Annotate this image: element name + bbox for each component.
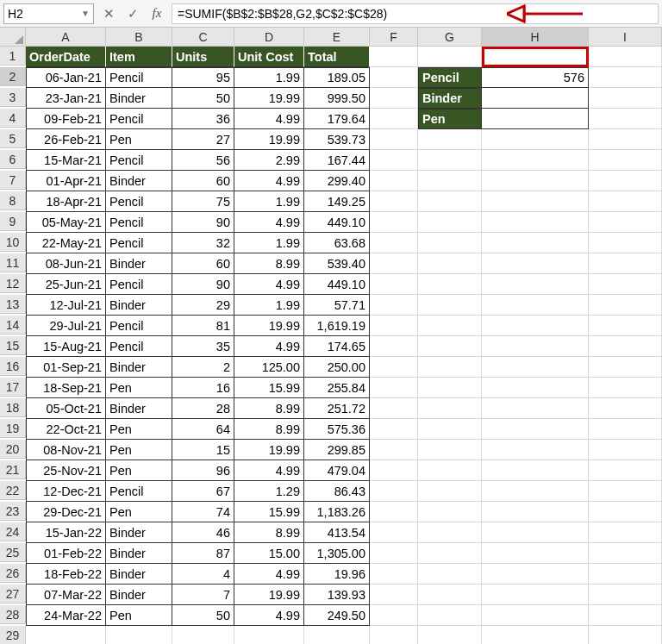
cell-F13[interactable] xyxy=(370,295,418,316)
row-header-14[interactable]: 14 xyxy=(0,316,26,335)
cell-B14[interactable]: Pencil xyxy=(106,316,172,336)
cell-C2[interactable]: 95 xyxy=(172,67,234,88)
select-all-button[interactable] xyxy=(0,28,26,47)
cell-F11[interactable] xyxy=(370,253,418,274)
cell-G19[interactable] xyxy=(418,419,482,440)
cell-E10[interactable]: 63.68 xyxy=(304,233,370,253)
row-header-10[interactable]: 10 xyxy=(0,233,26,252)
cell-F5[interactable] xyxy=(370,129,418,150)
cell-E17[interactable]: 255.84 xyxy=(304,378,370,398)
cell-H9[interactable] xyxy=(482,212,589,233)
cell-I12[interactable] xyxy=(589,274,662,295)
cell-F16[interactable] xyxy=(370,357,418,378)
cell-A5[interactable]: 26-Feb-21 xyxy=(26,129,106,150)
row-header-24[interactable]: 24 xyxy=(0,522,26,541)
cell-A22[interactable]: 12-Dec-21 xyxy=(26,481,106,502)
cell-B17[interactable]: Pen xyxy=(106,378,172,398)
cell-D4[interactable]: 4.99 xyxy=(234,109,304,129)
cell-B28[interactable]: Pen xyxy=(106,605,172,626)
cell-G11[interactable] xyxy=(418,253,482,274)
cell-F4[interactable] xyxy=(370,109,418,129)
cell-E22[interactable]: 86.43 xyxy=(304,481,370,502)
cell-A26[interactable]: 18-Feb-22 xyxy=(26,564,106,585)
cell-D26[interactable]: 4.99 xyxy=(234,564,304,585)
cell-F25[interactable] xyxy=(370,543,418,564)
cell-E15[interactable]: 174.65 xyxy=(304,336,370,357)
cell-H7[interactable] xyxy=(482,171,589,191)
cell-F14[interactable] xyxy=(370,316,418,336)
cell-G24[interactable] xyxy=(418,522,482,543)
cell-H5[interactable] xyxy=(482,129,589,150)
cell-A10[interactable]: 22-May-21 xyxy=(26,233,106,253)
cell-B8[interactable]: Pencil xyxy=(106,191,172,212)
cell-G28[interactable] xyxy=(418,605,482,626)
cell-F2[interactable] xyxy=(370,67,418,88)
cell-G14[interactable] xyxy=(418,316,482,336)
cell-G15[interactable] xyxy=(418,336,482,357)
cell-E26[interactable]: 19.96 xyxy=(304,564,370,585)
cell-A27[interactable]: 07-Mar-22 xyxy=(26,585,106,605)
cell-G29[interactable] xyxy=(418,626,482,644)
cell-A13[interactable]: 12-Jul-21 xyxy=(26,295,106,316)
cell-G17[interactable] xyxy=(418,378,482,398)
cell-E25[interactable]: 1,305.00 xyxy=(304,543,370,564)
cell-D3[interactable]: 19.99 xyxy=(234,88,304,109)
cell-H14[interactable] xyxy=(482,316,589,336)
cell-D13[interactable]: 1.99 xyxy=(234,295,304,316)
cell-F18[interactable] xyxy=(370,398,418,419)
cell-C17[interactable]: 16 xyxy=(172,378,234,398)
cell-C1[interactable]: Units xyxy=(172,47,234,67)
cell-I25[interactable] xyxy=(589,543,662,564)
cell-I27[interactable] xyxy=(589,585,662,605)
cell-C10[interactable]: 32 xyxy=(172,233,234,253)
cell-F27[interactable] xyxy=(370,585,418,605)
row-header-7[interactable]: 7 xyxy=(0,171,26,190)
cell-I11[interactable] xyxy=(589,253,662,274)
cell-G22[interactable] xyxy=(418,481,482,502)
cell-C18[interactable]: 28 xyxy=(172,398,234,419)
row-header-15[interactable]: 15 xyxy=(0,336,26,355)
cell-B9[interactable]: Pencil xyxy=(106,212,172,233)
cell-B24[interactable]: Binder xyxy=(106,522,172,543)
cell-I26[interactable] xyxy=(589,564,662,585)
cell-G2[interactable]: Pencil xyxy=(418,67,482,88)
cell-F6[interactable] xyxy=(370,150,418,171)
row-header-13[interactable]: 13 xyxy=(0,295,26,314)
cell-B18[interactable]: Binder xyxy=(106,398,172,419)
cell-D27[interactable]: 19.99 xyxy=(234,585,304,605)
cell-H24[interactable] xyxy=(482,522,589,543)
col-header-I[interactable]: I xyxy=(589,28,662,47)
cell-D7[interactable]: 4.99 xyxy=(234,171,304,191)
cell-H15[interactable] xyxy=(482,336,589,357)
row-header-22[interactable]: 22 xyxy=(0,481,26,500)
cell-E19[interactable]: 575.36 xyxy=(304,419,370,440)
row-header-27[interactable]: 27 xyxy=(0,585,26,603)
cell-C13[interactable]: 29 xyxy=(172,295,234,316)
col-header-H[interactable]: H xyxy=(482,28,589,47)
cell-A9[interactable]: 05-May-21 xyxy=(26,212,106,233)
cell-I14[interactable] xyxy=(589,316,662,336)
cell-I5[interactable] xyxy=(589,129,662,150)
cell-H13[interactable] xyxy=(482,295,589,316)
cell-E29[interactable] xyxy=(304,626,370,644)
cell-D18[interactable]: 8.99 xyxy=(234,398,304,419)
row-header-20[interactable]: 20 xyxy=(0,440,26,459)
cell-G5[interactable] xyxy=(418,129,482,150)
cell-E9[interactable]: 449.10 xyxy=(304,212,370,233)
cell-F15[interactable] xyxy=(370,336,418,357)
cell-D20[interactable]: 19.99 xyxy=(234,440,304,460)
cell-I23[interactable] xyxy=(589,502,662,522)
row-header-1[interactable]: 1 xyxy=(0,47,26,66)
cell-D28[interactable]: 4.99 xyxy=(234,605,304,626)
cell-C3[interactable]: 50 xyxy=(172,88,234,109)
cell-E20[interactable]: 299.85 xyxy=(304,440,370,460)
cell-C11[interactable]: 60 xyxy=(172,253,234,274)
col-header-B[interactable]: B xyxy=(106,28,172,47)
cell-C20[interactable]: 15 xyxy=(172,440,234,460)
cell-D11[interactable]: 8.99 xyxy=(234,253,304,274)
cell-B21[interactable]: Pen xyxy=(106,460,172,481)
cell-I24[interactable] xyxy=(589,522,662,543)
cell-A12[interactable]: 25-Jun-21 xyxy=(26,274,106,295)
cell-I19[interactable] xyxy=(589,419,662,440)
cell-E24[interactable]: 413.54 xyxy=(304,522,370,543)
